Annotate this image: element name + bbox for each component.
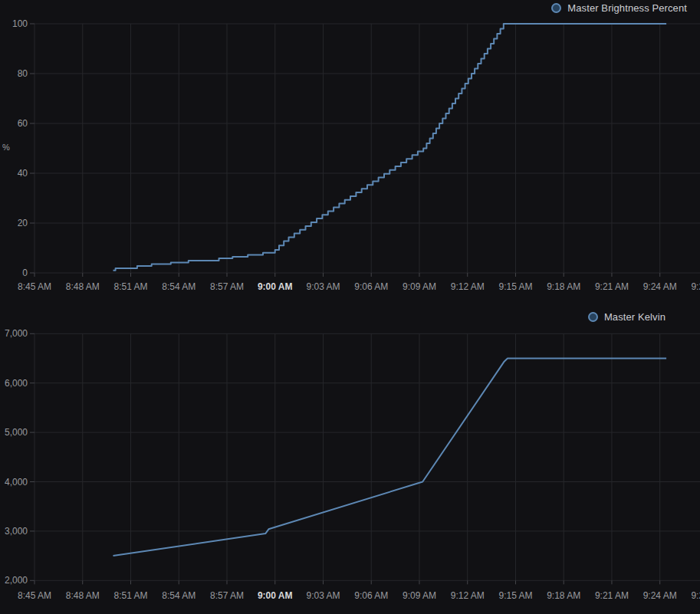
x-tick-label: 8:54 AM [162, 590, 196, 601]
x-tick-label: 9:09 AM [403, 281, 436, 292]
x-tick-label: 9:06 AM [354, 590, 388, 601]
brightness-chart-plot[interactable]: 0204060801008:45 AM8:48 AM8:51 AM8:54 AM… [0, 0, 700, 299]
x-tick-label: 9:27 AM [691, 590, 700, 601]
kelvin-chart-plot[interactable]: 2,0003,0004,0005,0006,0007,0008:45 AM8:4… [0, 307, 700, 614]
axis-labels: 0204060801008:45 AM8:48 AM8:51 AM8:54 AM… [12, 18, 700, 292]
y-tick-label: 100 [12, 18, 28, 29]
y-tick-label: 7,000 [5, 328, 28, 339]
x-tick-label: 9:00 AM [258, 590, 293, 601]
y-tick-label: 0 [22, 268, 28, 278]
x-tick-label: 8:48 AM [66, 590, 100, 601]
x-tick-label: 8:48 AM [66, 281, 100, 292]
x-tick-label: 9:18 AM [547, 281, 580, 292]
x-tick-label: 9:24 AM [643, 281, 677, 292]
x-tick-label: 9:03 AM [306, 590, 340, 601]
x-tick-label: 9:27 AM [691, 281, 700, 292]
kelvin-chart-panel: 2,0003,0004,0005,0006,0007,0008:45 AM8:4… [0, 307, 700, 614]
y-tick-label: 60 [18, 118, 28, 129]
legend-label-kelvin: Master Kelvin [604, 311, 665, 323]
x-tick-label: 8:57 AM [210, 281, 244, 292]
x-tick-label: 9:12 AM [451, 590, 485, 601]
x-tick-label: 9:00 AM [258, 281, 293, 292]
brightness-chart-panel: 0204060801008:45 AM8:48 AM8:51 AM8:54 AM… [0, 0, 700, 307]
x-tick-label: 9:15 AM [498, 281, 532, 292]
series-line [113, 359, 667, 557]
x-tick-label: 8:45 AM [18, 281, 51, 292]
x-tick-label: 9:12 AM [451, 281, 485, 292]
x-tick-label: 8:54 AM [162, 281, 196, 292]
gridlines [35, 333, 700, 580]
x-tick-label: 9:18 AM [547, 590, 580, 601]
x-tick-label: 9:06 AM [354, 281, 388, 292]
x-tick-label: 9:15 AM [498, 590, 532, 601]
legend-label-brightness: Master Brightness Percent [567, 2, 687, 14]
history-graphs-page: { "colors": { "background": "#111114", "… [0, 0, 700, 614]
axis-labels: 2,0003,0004,0005,0006,0007,0008:45 AM8:4… [5, 328, 700, 601]
series-line [113, 24, 667, 271]
y-tick-label: 3,000 [5, 526, 28, 537]
y-tick-label: 40 [18, 168, 28, 179]
y-tick-label: 80 [18, 68, 28, 79]
x-tick-label: 8:57 AM [210, 590, 244, 601]
legend-item-brightness[interactable]: Master Brightness Percent [551, 2, 687, 14]
y-tick-label: 5,000 [5, 427, 28, 438]
y-axis-unit-label: % [2, 143, 10, 152]
series-marker-icon [551, 3, 561, 13]
x-tick-label: 9:24 AM [643, 590, 677, 601]
x-tick-label: 8:51 AM [113, 590, 147, 601]
y-tick-label: 4,000 [5, 477, 28, 488]
gridlines [35, 24, 700, 273]
x-tick-label: 9:09 AM [403, 590, 436, 601]
y-tick-label: 20 [18, 218, 28, 228]
x-tick-label: 8:45 AM [18, 590, 51, 601]
legend-item-kelvin[interactable]: Master Kelvin [588, 311, 665, 323]
x-tick-label: 9:21 AM [595, 590, 629, 601]
x-tick-label: 9:03 AM [306, 281, 340, 292]
series-marker-icon [588, 312, 598, 322]
y-tick-label: 2,000 [5, 575, 28, 586]
y-tick-label: 6,000 [5, 378, 28, 389]
x-tick-label: 8:51 AM [113, 281, 147, 292]
x-tick-label: 9:21 AM [595, 281, 629, 292]
